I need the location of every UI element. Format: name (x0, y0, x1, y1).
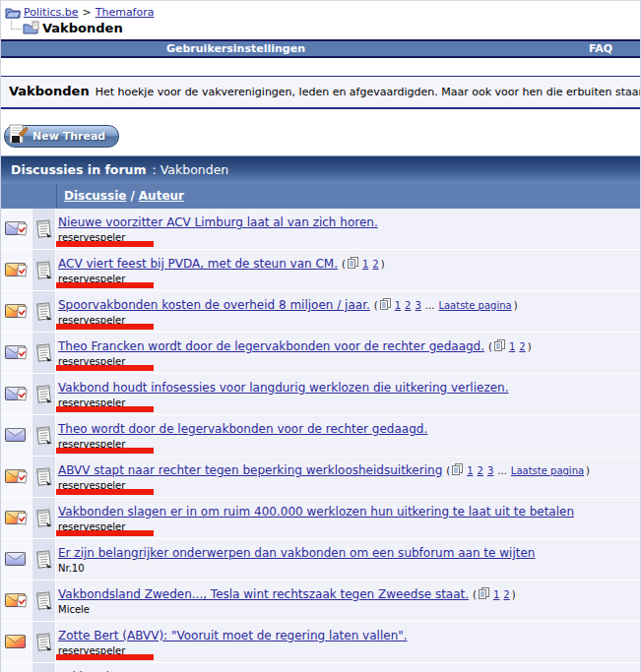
thread-status-cell (1, 291, 32, 332)
breadcrumb: Politics.be > Themafora Vakbonden (1, 1, 640, 39)
page-link[interactable]: 2 (478, 465, 483, 476)
paren-close: ) (528, 341, 532, 352)
sort-by-discussie-link[interactable]: Discussie (64, 189, 126, 203)
thread-title-link[interactable]: Theo Francken wordt door de legervakbond… (58, 339, 484, 353)
envelope-blue-dot-icon (5, 220, 28, 237)
multipage-icon (494, 339, 505, 355)
post-icon (35, 384, 53, 404)
post-icon-cell (32, 250, 56, 290)
envelope-blue-icon (5, 427, 28, 444)
new-thread-label: New Thread (32, 130, 105, 143)
new-thread-button[interactable]: New Thread (4, 125, 119, 148)
page-link[interactable]: 2 (503, 589, 509, 600)
red-underline-annotation (56, 241, 154, 247)
post-icon-cell (32, 580, 56, 621)
post-icon-cell (32, 209, 56, 249)
thread-row: Spoorvakbonden kosten de overheid 8 milj… (1, 291, 640, 333)
breadcrumb-separator: > (82, 6, 91, 19)
thread-title-link[interactable]: Vakbond houdt infosessies voor langdurig… (58, 381, 509, 395)
envelope-hot-dot-icon (5, 510, 28, 526)
thread-status-cell (1, 580, 32, 621)
post-icon (35, 632, 53, 652)
column-header-icons (1, 184, 57, 209)
page-link[interactable]: 1 (467, 465, 473, 476)
thread-title-link[interactable]: ACV viert feest bij PVDA, met de steun v… (58, 257, 338, 271)
page-link[interactable]: 2 (372, 259, 378, 270)
thread-row: ACV viert feest bij PVDA, met de steun v… (1, 250, 640, 291)
page-link[interactable]: 2 (405, 300, 411, 311)
red-underline-annotation (56, 654, 154, 660)
red-underline-annotation (56, 324, 154, 330)
thread-status-cell (1, 663, 32, 672)
post-icon (35, 342, 53, 363)
red-underline-annotation (56, 448, 154, 454)
thread-status-cell (1, 250, 32, 290)
post-icon (35, 425, 53, 446)
thread-title-link[interactable]: Nieuwe voorzitter ACV Limburg laat al va… (58, 215, 378, 229)
last-page-link[interactable]: Laatste pagina (438, 300, 511, 311)
thread-title-link[interactable]: Theo wordt door de legervakbonden voor d… (58, 422, 427, 436)
thread-status-cell (1, 622, 32, 662)
thread-info-cell: Vakbondsland Zweden..., Tesla wint recht… (56, 580, 640, 621)
paren-close: ) (514, 300, 518, 311)
page-link[interactable]: 3 (487, 465, 493, 476)
post-icon (35, 260, 53, 280)
thread-row: Zotte Bert (ABVV): "Vooruit moet de rege… (1, 622, 640, 663)
red-underline-annotation (56, 489, 154, 495)
last-page-link[interactable]: Laatste pagina (511, 465, 584, 476)
page-link[interactable]: 3 (415, 300, 420, 311)
thread-title-link[interactable]: Spoorvakbonden kosten de overheid 8 milj… (58, 298, 370, 312)
paren-close: ) (512, 589, 516, 600)
thread-title-link[interactable]: Zotte Bert (ABVV): "Vooruit moet de rege… (58, 629, 408, 642)
page-link[interactable]: 2 (519, 341, 525, 352)
page-link[interactable]: 1 (395, 300, 401, 311)
thread-row: Theo Francken wordt door de legervakbond… (1, 333, 640, 374)
thread-status-cell (1, 539, 32, 580)
breadcrumb-section-link[interactable]: Themafora (96, 6, 155, 19)
threads-header-forum-name: Vakbonden (160, 162, 229, 177)
envelope-hot-dot-icon (5, 303, 28, 320)
thread-title-link[interactable]: Vakbonden slagen er in om ruim 400.000 w… (58, 505, 574, 519)
page-link[interactable]: 1 (493, 589, 499, 600)
page-link[interactable]: 1 (509, 341, 515, 352)
new-thread-icon (9, 124, 29, 146)
paren-open: ( (374, 300, 378, 311)
post-icon-cell (32, 374, 56, 414)
thread-title-link[interactable]: Er zijn belangrijker onderwerpen dan vak… (58, 546, 535, 560)
nav-item-gebruikersinstellingen[interactable]: Gebruikersinstellingen (166, 41, 305, 56)
folder-doc-icon (23, 21, 39, 34)
red-underline-annotation (56, 530, 154, 536)
paren-open: ( (446, 465, 450, 476)
paren-close: ) (381, 259, 385, 270)
thread-info-cell: Er zijn belangrijker onderwerpen dan vak… (56, 539, 640, 580)
thread-author: Nr.10 (58, 563, 640, 575)
thread-title-link[interactable]: ABVV stapt naar rechter tegen beperking … (58, 463, 442, 477)
post-icon (35, 301, 53, 322)
thread-title-link[interactable]: Vakbondsland Zweden..., Tesla wint recht… (58, 587, 469, 601)
nav-item-faq[interactable]: FAQ (589, 41, 612, 56)
thread-pagination: (12) (488, 341, 532, 352)
page-link[interactable]: 1 (362, 259, 368, 270)
thread-row: Nieuwe voorzitter ACV Limburg laat al va… (1, 209, 640, 250)
paren-open: ( (342, 259, 346, 270)
thread-row: Vakbonden slagen er in om ruim 400.000 w… (1, 498, 640, 539)
envelope-hot-icon (5, 634, 28, 650)
thread-info-cell: Vakbonden (56, 663, 640, 672)
post-icon (35, 549, 53, 570)
forum-description-bar: VakbondenHet hoekje voor de vakverenigin… (1, 76, 640, 109)
breadcrumb-site-link[interactable]: Politics.be (24, 6, 78, 19)
red-underline-annotation (56, 365, 154, 371)
column-header-row: Discussie/Auteur (1, 184, 640, 209)
thread-row: ABVV stapt naar rechter tegen beperking … (1, 457, 640, 498)
post-icon-cell (32, 539, 56, 580)
threads-header-separator: : (153, 162, 157, 177)
forum-page: Politics.be > Themafora Vakbonden Gebrui… (0, 0, 641, 672)
envelope-hot-dot-icon (5, 262, 28, 278)
pagination-ellipsis: ... (497, 465, 507, 476)
navbar: Gebruikersinstellingen FAQ (1, 39, 640, 58)
post-icon-cell (32, 415, 56, 456)
sort-by-auteur-link[interactable]: Auteur (139, 189, 184, 203)
threads-table: Discussies in forum:Vakbonden Discussie/… (1, 155, 640, 672)
post-icon-cell (32, 333, 56, 373)
column-separator: / (130, 189, 134, 203)
